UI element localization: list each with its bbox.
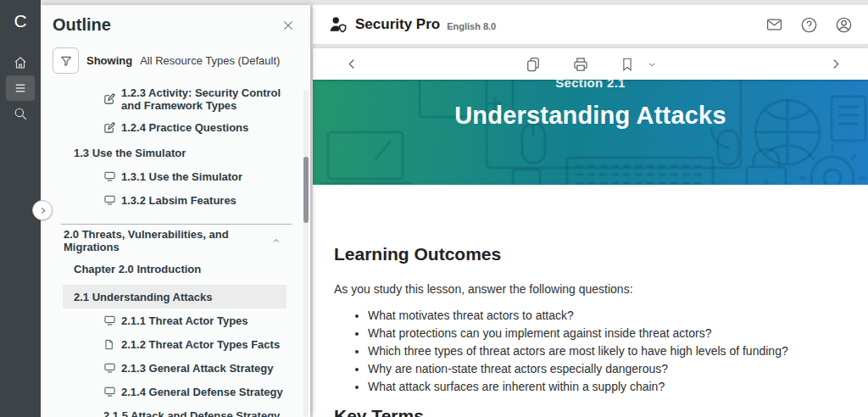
main-area: Security Pro English 8.0 <box>313 0 868 417</box>
outline-item-label: 2.0 Threats, Vulnerabilities, and Migrat… <box>64 228 271 253</box>
questions-list: What motivates threat actors to attack?W… <box>334 309 868 393</box>
outline-item-label: 1.2.3 Activity: Security Control and Fra… <box>121 86 301 112</box>
outline-item-label: 2.1.2 Threat Actor Types Facts <box>121 338 280 351</box>
help-icon[interactable] <box>800 16 818 34</box>
outline-panel: Outline Showing All Resource Types (Defa… <box>41 5 310 417</box>
sidebar-scrollbar-track[interactable] <box>303 90 309 417</box>
outline-item-label: 2.1.4 General Defense Strategy <box>121 386 283 398</box>
outline-item[interactable]: 2.1.4 General Defense Strategy <box>41 380 303 403</box>
outline-item-label: 1.2.4 Practice Questions <box>121 121 248 134</box>
copy-icon[interactable] <box>523 54 543 75</box>
chevron-left-icon[interactable] <box>343 55 361 73</box>
chevron-right-icon[interactable] <box>826 55 844 73</box>
outline-item[interactable]: 1.2.4 Practice Questions <box>41 115 303 139</box>
outline-item[interactable]: 2.1.5 Attack and Defense Strategy <box>41 403 303 417</box>
print-icon[interactable] <box>570 54 591 75</box>
lesson-content: Learning Outcomes As you study this less… <box>313 185 868 417</box>
activity-icon <box>103 121 116 134</box>
security-pro-icon <box>328 15 348 34</box>
filter-current-value: All Resource Types (Default) <box>140 54 280 67</box>
outline-item[interactable]: 1.2.3 Activity: Security Control and Fra… <box>41 85 303 115</box>
close-icon[interactable] <box>280 17 297 34</box>
question-item: Why are nation-state threat actors espec… <box>368 362 868 375</box>
outline-tree: 1.2.3 Activity: Security Control and Fra… <box>41 85 303 417</box>
account-icon[interactable] <box>835 16 853 34</box>
outline-item[interactable]: 1.3 Use the Simulator <box>41 141 303 164</box>
filter-showing-label: Showing <box>86 54 132 67</box>
tree-divider <box>61 224 292 225</box>
outline-item-label: 2.1.5 Attack and Defense Strategy <box>103 409 280 417</box>
video-icon <box>103 194 116 207</box>
intro-paragraph: As you study this lesson, answer the fol… <box>334 282 868 296</box>
outline-item[interactable]: 2.1.2 Threat Actor Types Facts <box>41 332 303 356</box>
video-icon <box>103 386 116 398</box>
course-version: English 8.0 <box>447 21 496 31</box>
question-item: Which three types of threat actors are m… <box>368 344 868 358</box>
key-terms-heading: Key Terms <box>334 406 868 417</box>
video-icon <box>103 362 116 375</box>
outline-item-label: 2.1 Understanding Attacks <box>74 291 213 303</box>
app-header: Security Pro English 8.0 <box>313 5 868 45</box>
outline-item[interactable]: 2.1 Understanding Attacks <box>63 285 287 309</box>
lesson-toolbar <box>313 48 868 80</box>
outline-panel-title: Outline <box>53 15 111 35</box>
outline-item[interactable]: 2.1.1 Threat Actor Types <box>41 309 303 332</box>
document-icon <box>103 338 116 351</box>
activity-icon <box>103 92 116 105</box>
section-banner: Section 2.1 Understanding Attacks <box>313 80 868 185</box>
sidebar-collapse-handle[interactable] <box>32 200 53 220</box>
search-icon[interactable] <box>6 101 35 126</box>
filter-button[interactable] <box>53 47 79 74</box>
home-icon[interactable] <box>6 50 35 75</box>
banner-section-label: Section 2.1 <box>313 80 868 90</box>
question-item: What attack surfaces are inherent within… <box>368 380 868 393</box>
chevron-up-icon[interactable] <box>271 236 281 246</box>
outline-item-label: 1.3 Use the Simulator <box>74 147 186 159</box>
course-title: Security Pro <box>355 16 440 33</box>
video-icon <box>103 170 116 183</box>
outline-list-icon[interactable] <box>6 75 35 101</box>
outline-item[interactable]: 1.3.1 Use the Simulator <box>41 164 303 188</box>
banner-title: Understanding Attacks <box>313 102 868 130</box>
caret-down-icon[interactable] <box>645 58 659 71</box>
outline-item-label: 2.1.3 General Attack Strategy <box>121 362 273 375</box>
filter-icon <box>59 54 73 68</box>
outline-item[interactable]: 1.3.2 Labsim Features <box>41 188 303 212</box>
outline-item[interactable]: Chapter 2.0 Introduction <box>41 257 303 281</box>
app-logo: C <box>14 11 26 31</box>
outline-item-label: 2.1.1 Threat Actor Types <box>121 314 248 327</box>
bookmark-icon[interactable] <box>618 55 637 74</box>
question-item: What motivates threat actors to attack? <box>368 309 868 322</box>
outline-item[interactable]: 2.1.3 General Attack Strategy <box>41 356 303 380</box>
video-icon <box>103 314 116 327</box>
outline-item-label: 1.3.1 Use the Simulator <box>121 170 242 183</box>
outline-item-label: Chapter 2.0 Introduction <box>74 263 201 275</box>
banner-pattern <box>313 80 868 185</box>
outline-item-label: 1.3.2 Labsim Features <box>121 194 236 207</box>
outline-item[interactable]: 2.0 Threats, Vulnerabilities, and Migrat… <box>41 229 303 253</box>
mail-icon[interactable] <box>765 16 783 33</box>
sidebar-scrollbar-thumb[interactable] <box>303 157 309 223</box>
question-item: What protections can you implement again… <box>368 326 868 340</box>
learning-outcomes-heading: Learning Outcomes <box>334 185 868 264</box>
